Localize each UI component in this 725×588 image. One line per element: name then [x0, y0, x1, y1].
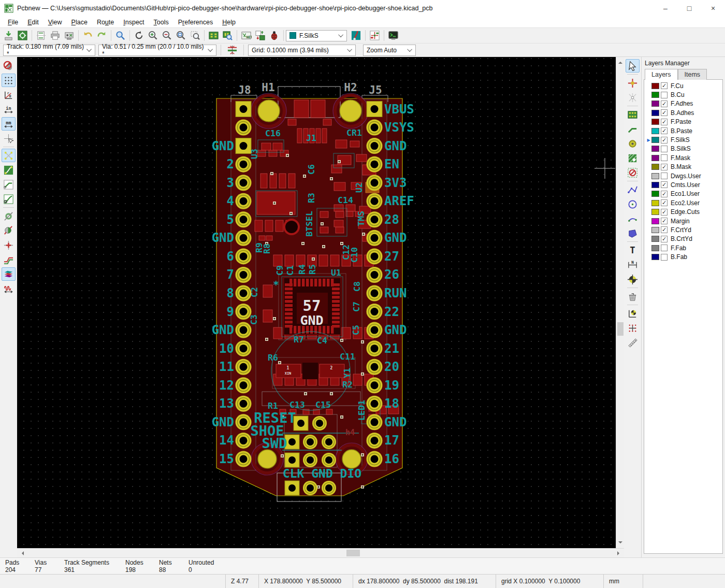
menu-place[interactable]: Place	[67, 18, 92, 27]
layer-visibility-checkbox[interactable]: ✓	[661, 82, 668, 89]
footprint-editor-icon[interactable]	[207, 29, 221, 42]
layer-visibility-checkbox[interactable]: ✓	[661, 181, 668, 188]
page-settings-icon[interactable]	[34, 29, 48, 42]
ratsnest-visibility-icon[interactable]	[2, 149, 16, 162]
menu-route[interactable]: Route	[92, 18, 119, 27]
highlight-net-icon[interactable]	[626, 76, 640, 90]
zoom-out-icon[interactable]	[160, 29, 174, 42]
layer-row-b.cu[interactable]: B.Cu	[644, 90, 722, 99]
high-contrast-mode-icon[interactable]	[2, 224, 16, 237]
layer-color-swatch[interactable]	[651, 227, 659, 233]
units-inches-icon[interactable]: in	[2, 103, 16, 116]
layer-row-f.adhes[interactable]: ✓F.Adhes	[644, 99, 722, 108]
layer-color-swatch[interactable]	[651, 182, 659, 188]
layer-selector[interactable]: F.SilkS	[286, 30, 347, 41]
drc-icon[interactable]	[267, 29, 281, 42]
track-sketch-icon[interactable]	[2, 253, 16, 266]
vertical-scrollbar[interactable]	[616, 57, 624, 548]
layer-color-swatch[interactable]	[651, 101, 659, 107]
layer-row-f.silks[interactable]: ▶✓F.SilkS	[644, 135, 722, 144]
drill-origin-icon[interactable]	[626, 307, 640, 320]
layer-color-swatch[interactable]	[651, 245, 659, 251]
tab-items[interactable]: Items	[678, 69, 707, 80]
polar-coords-icon[interactable]: rθ	[2, 88, 16, 102]
layer-color-swatch[interactable]	[651, 218, 659, 224]
grid-visibility-icon[interactable]	[2, 74, 16, 87]
scripting-console-icon[interactable]	[386, 29, 400, 42]
layer-row-f.fab[interactable]: F.Fab	[644, 243, 722, 252]
layer-visibility-checkbox[interactable]	[661, 92, 668, 98]
menu-tools[interactable]: Tools	[149, 18, 173, 27]
layer-color-swatch[interactable]	[651, 146, 659, 152]
menu-edit[interactable]: Edit	[23, 18, 44, 27]
grid-selector[interactable]: Grid: 0.1000 mm (3.94 mils)	[248, 45, 356, 56]
menu-inspect[interactable]: Inspect	[119, 18, 149, 27]
draw-circle-icon[interactable]	[626, 197, 640, 211]
layer-color-swatch[interactable]	[651, 110, 659, 116]
horizontal-scrollbar[interactable]	[17, 548, 624, 557]
add-target-icon[interactable]	[626, 273, 640, 286]
netlist-icon[interactable]: NET	[239, 29, 253, 42]
tab-layers[interactable]: Layers	[645, 69, 678, 80]
menu-preferences[interactable]: Preferences	[173, 18, 218, 27]
zoom-fit-icon[interactable]	[174, 29, 188, 42]
layer-color-swatch[interactable]	[651, 236, 659, 242]
units-mm-icon[interactable]: mm	[2, 117, 16, 131]
layer-visibility-checkbox[interactable]: ✓	[661, 226, 668, 233]
update-pcb-icon[interactable]	[253, 29, 267, 42]
print-icon[interactable]	[48, 29, 62, 42]
layer-color-swatch[interactable]	[651, 191, 659, 197]
layer-visibility-checkbox[interactable]: ✓	[661, 101, 668, 107]
grid-origin-icon[interactable]	[626, 321, 640, 335]
scroll-right-icon[interactable]	[617, 551, 621, 555]
refresh-icon[interactable]	[132, 29, 146, 42]
layer-visibility-checkbox[interactable]	[661, 245, 668, 251]
layer-visibility-checkbox[interactable]: ✓	[661, 137, 668, 144]
maximize-button[interactable]: □	[677, 0, 701, 17]
layer-visibility-checkbox[interactable]: ✓	[661, 236, 668, 242]
layer-row-f.paste[interactable]: ✓F.Paste	[644, 118, 722, 126]
layer-row-b.silks[interactable]: B.SilkS	[644, 145, 722, 153]
layer-color-swatch[interactable]	[651, 137, 659, 143]
layer-visibility-checkbox[interactable]	[661, 154, 668, 161]
vertical-scroll-thumb[interactable]	[617, 322, 624, 336]
menu-help[interactable]: Help	[218, 18, 240, 27]
scroll-left-icon[interactable]	[20, 551, 24, 555]
delete-tool-icon[interactable]	[626, 290, 640, 303]
pad-sketch-icon[interactable]	[2, 238, 16, 252]
microwave-tools-icon[interactable]	[2, 282, 16, 295]
add-text-icon[interactable]: T	[626, 243, 640, 257]
layer-row-f.crtyd[interactable]: ✓F.CrtYd	[644, 225, 722, 234]
layer-visibility-checkbox[interactable]	[661, 173, 668, 179]
interactive-router-settings-icon[interactable]	[368, 29, 382, 42]
layer-visibility-checkbox[interactable]: ✓	[661, 199, 668, 206]
layer-visibility-checkbox[interactable]: ✓	[661, 209, 668, 216]
draw-arc-icon[interactable]	[626, 212, 640, 225]
plot-icon[interactable]	[62, 29, 76, 42]
layer-row-dwgs.user[interactable]: Dwgs.User	[644, 171, 722, 180]
layer-row-eco1.user[interactable]: ✓Eco1.User	[644, 190, 722, 198]
drc-off-icon[interactable]	[2, 59, 16, 73]
layer-visibility-checkbox[interactable]: ✓	[661, 109, 668, 116]
layer-color-swatch[interactable]	[651, 119, 659, 125]
measure-tool-icon[interactable]	[626, 336, 640, 349]
layer-color-swatch[interactable]	[651, 200, 659, 206]
auto-track-width-icon[interactable]	[225, 44, 239, 56]
layer-visibility-checkbox[interactable]: ✓	[661, 119, 668, 125]
horizontal-scroll-thumb[interactable]	[346, 550, 360, 556]
layer-color-swatch[interactable]	[651, 155, 659, 161]
pcb-drawing[interactable]: *GND2345GND6789GND10111213GND1415VBUSVSY…	[17, 57, 624, 557]
zoom-in-icon[interactable]	[146, 29, 160, 42]
local-ratsnest-icon[interactable]	[626, 91, 640, 104]
layer-visibility-checkbox[interactable]: ✓	[661, 218, 668, 224]
undo-icon[interactable]	[81, 29, 95, 42]
redo-icon[interactable]	[95, 29, 109, 42]
layer-color-swatch[interactable]	[651, 83, 659, 89]
layer-row-b.crtyd[interactable]: ✓B.CrtYd	[644, 235, 722, 243]
layer-visibility-checkbox[interactable]	[661, 146, 668, 152]
layer-row-margin[interactable]: ✓Margin	[644, 217, 722, 225]
save-icon[interactable]	[2, 29, 16, 42]
close-button[interactable]: ×	[701, 0, 725, 17]
menu-view[interactable]: View	[44, 18, 67, 27]
add-footprint-icon[interactable]	[626, 108, 640, 121]
